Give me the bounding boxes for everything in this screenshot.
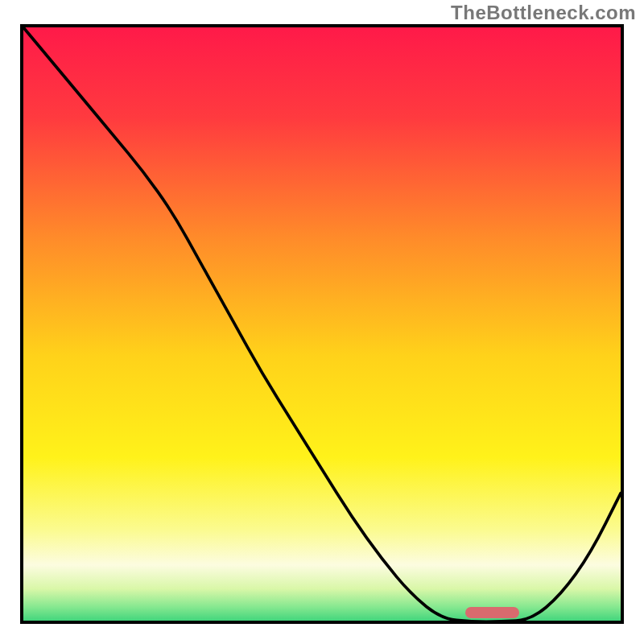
watermark-text: TheBottleneck.com — [451, 2, 636, 24]
plot-area — [20, 24, 624, 624]
bottleneck-curve — [23, 27, 621, 624]
chart-stage: TheBottleneck.com — [0, 0, 644, 644]
optimal-range-marker — [465, 607, 519, 618]
